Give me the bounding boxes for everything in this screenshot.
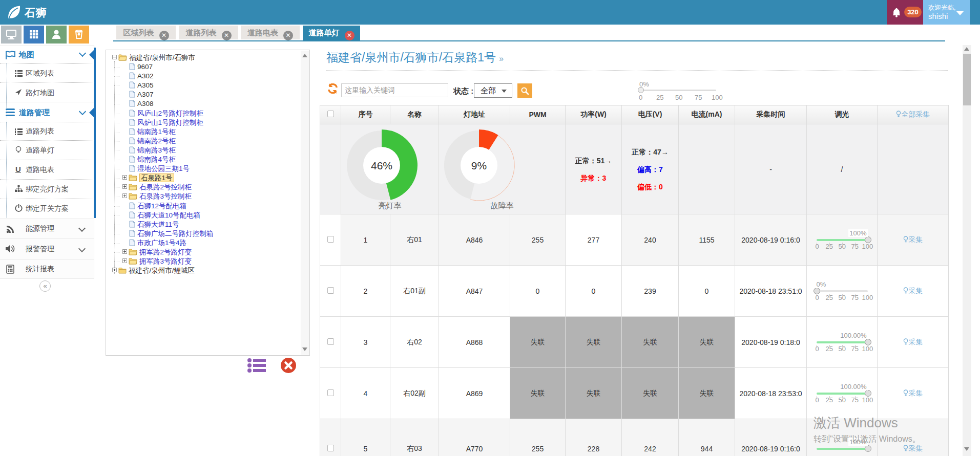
svg-text:9%: 9% — [471, 160, 487, 171]
svg-text:46%: 46% — [371, 160, 392, 171]
